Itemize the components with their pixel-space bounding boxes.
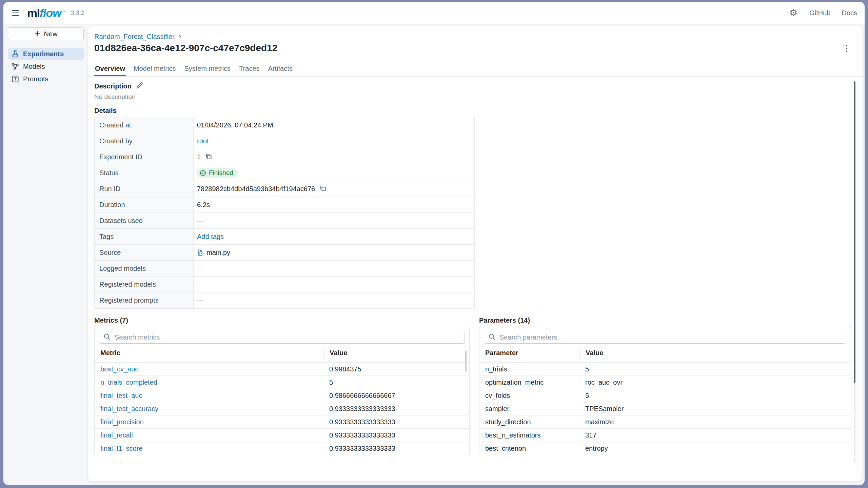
gear-icon[interactable]: ⚙ bbox=[789, 8, 798, 18]
details-row-value: — bbox=[194, 277, 474, 292]
details-row-value: 1 bbox=[194, 149, 474, 165]
details-row-label: Run ID bbox=[95, 181, 194, 197]
new-button[interactable]: New bbox=[8, 27, 84, 40]
details-row-value: Finished bbox=[194, 165, 474, 181]
description-heading: Description bbox=[94, 82, 143, 90]
parameters-table-header: Parameter Value bbox=[479, 344, 851, 362]
metric-name-link[interactable]: best_cv_auc bbox=[100, 365, 138, 373]
overflow-menu-icon[interactable] bbox=[840, 42, 853, 55]
copy-icon bbox=[319, 185, 327, 193]
tab-artifacts[interactable]: Artifacts bbox=[268, 61, 293, 76]
metric-value: 0.9866666666666667 bbox=[329, 392, 395, 399]
models-icon bbox=[12, 63, 19, 70]
metric-name-link[interactable]: n_trials_completed bbox=[100, 379, 157, 386]
breadcrumb-experiment-link[interactable]: Random_Forest_Classifier bbox=[94, 33, 175, 41]
user-link[interactable]: root bbox=[197, 137, 209, 145]
docs-link[interactable]: Docs bbox=[842, 9, 857, 17]
tab-overview[interactable]: Overview bbox=[94, 61, 126, 76]
parameter-name: optimization_metric bbox=[485, 379, 544, 386]
parameters-panel: Parameter Value n_trials 5 optimization_… bbox=[479, 326, 851, 454]
sidebar-item-experiments[interactable]: Experiments bbox=[8, 48, 84, 60]
metric-column-header: Metric bbox=[95, 349, 323, 357]
parameter-name: best_n_estimators bbox=[485, 431, 540, 439]
tab-bar: OverviewModel metricsSystem metricsTrace… bbox=[88, 61, 862, 77]
details-row-label: Status bbox=[95, 165, 194, 181]
metric-name-link[interactable]: final_test_accuracy bbox=[100, 405, 158, 412]
details-row: Source main.py bbox=[95, 245, 474, 261]
page-scrollbar-thumb[interactable] bbox=[854, 81, 855, 383]
details-row-value: 6.2s bbox=[194, 197, 474, 212]
experiments-icon bbox=[12, 50, 19, 58]
details-row-label: Datasets used bbox=[95, 213, 194, 228]
add-tags-link[interactable]: Add tags bbox=[197, 233, 224, 241]
details-row-label: Logged models bbox=[95, 261, 194, 276]
value-column-header: Value bbox=[579, 348, 851, 358]
edit-description-button[interactable] bbox=[136, 82, 143, 90]
search-icon bbox=[103, 333, 111, 342]
metrics-heading: Metrics (7) bbox=[94, 317, 128, 324]
tab-model-metrics[interactable]: Model metrics bbox=[133, 61, 176, 76]
parameter-row: best_n_estimators 317 bbox=[479, 428, 851, 442]
details-row-value: main.py bbox=[194, 245, 474, 260]
parameter-column-header: Parameter bbox=[479, 349, 579, 357]
details-row-label: Registered models bbox=[95, 277, 194, 292]
metric-name-link[interactable]: final_test_auc bbox=[100, 392, 142, 399]
parameters-search bbox=[484, 331, 846, 344]
parameter-value: 5 bbox=[585, 392, 589, 399]
details-row: Tags Add tags bbox=[95, 229, 474, 245]
topbar-links: ⚙ GitHub Docs bbox=[789, 8, 857, 18]
sidebar-item-label: Experiments bbox=[23, 50, 64, 58]
metric-row: final_precision 0.9333333333333333 bbox=[95, 415, 469, 428]
details-row: Created at 01/04/2026, 07:04:24 PM bbox=[95, 117, 474, 133]
metric-name-link[interactable]: final_recall bbox=[100, 431, 133, 439]
tab-traces[interactable]: Traces bbox=[238, 61, 260, 76]
parameter-value: TPESampler bbox=[585, 405, 624, 412]
run-overview-card: Random_Forest_Classifier 01d826ea-36ca-4… bbox=[88, 26, 862, 481]
metric-value: 0.9333333333333333 bbox=[329, 431, 395, 439]
details-row-label: Tags bbox=[95, 229, 194, 244]
metric-name-link[interactable]: final_precision bbox=[100, 418, 144, 426]
metrics-search-input[interactable] bbox=[114, 333, 460, 342]
details-row: Duration 6.2s bbox=[95, 197, 474, 213]
copy-button[interactable] bbox=[204, 152, 213, 162]
sidebar: New Experiments Models Prompts bbox=[3, 24, 88, 485]
parameters-heading: Parameters (14) bbox=[479, 317, 530, 324]
metrics-scrollbar[interactable] bbox=[465, 351, 467, 372]
tab-system-metrics[interactable]: System metrics bbox=[183, 61, 231, 76]
parameter-value: entropy bbox=[585, 445, 608, 452]
value-column-header: Value bbox=[323, 348, 469, 358]
mlflow-logo[interactable]: mlflow™ bbox=[27, 6, 66, 20]
pencil-icon bbox=[136, 82, 143, 90]
parameters-search-input[interactable] bbox=[499, 333, 842, 342]
parameter-name: sampler bbox=[485, 405, 509, 412]
metric-row: final_f1_score 0.9333333333333333 bbox=[95, 442, 469, 454]
metric-row: final_recall 0.9333333333333333 bbox=[95, 428, 469, 442]
metrics-table-header: Metric Value bbox=[95, 344, 469, 362]
check-circle-icon bbox=[200, 170, 206, 176]
details-row-label: Registered prompts bbox=[95, 292, 194, 308]
details-row: Status Finished bbox=[95, 165, 474, 181]
sidebar-item-models[interactable]: Models bbox=[8, 61, 84, 72]
menu-icon[interactable] bbox=[10, 7, 22, 19]
description-empty-text: No description bbox=[94, 93, 135, 101]
parameter-row: cv_folds 5 bbox=[479, 389, 851, 402]
details-row-value: — bbox=[194, 292, 474, 308]
topbar: mlflow™ 3.3.2 ⚙ GitHub Docs bbox=[3, 2, 865, 24]
details-row-value: root bbox=[194, 133, 474, 149]
metric-value: 5 bbox=[329, 379, 333, 386]
parameter-name: study_direction bbox=[485, 418, 531, 426]
metric-row: final_test_auc 0.9866666666666667 bbox=[95, 389, 469, 402]
metric-row: final_test_accuracy 0.9333333333333333 bbox=[95, 402, 469, 415]
details-row-value: — bbox=[194, 213, 474, 228]
github-link[interactable]: GitHub bbox=[809, 9, 830, 17]
details-row: Created by root bbox=[95, 133, 474, 149]
sidebar-item-prompts[interactable]: Prompts bbox=[8, 73, 84, 85]
mlflow-app: mlflow™ 3.3.2 ⚙ GitHub Docs New Experime… bbox=[3, 2, 865, 485]
parameter-value: 317 bbox=[585, 431, 596, 439]
copy-button[interactable] bbox=[319, 184, 327, 194]
metric-name-link[interactable]: final_f1_score bbox=[100, 445, 143, 452]
parameter-name: cv_folds bbox=[485, 392, 510, 399]
details-row-label: Created by bbox=[95, 133, 194, 149]
metrics-panel: Metric Value best_cv_auc 0.9984375 n_tri… bbox=[94, 326, 470, 454]
version-label: 3.3.2 bbox=[71, 9, 84, 17]
